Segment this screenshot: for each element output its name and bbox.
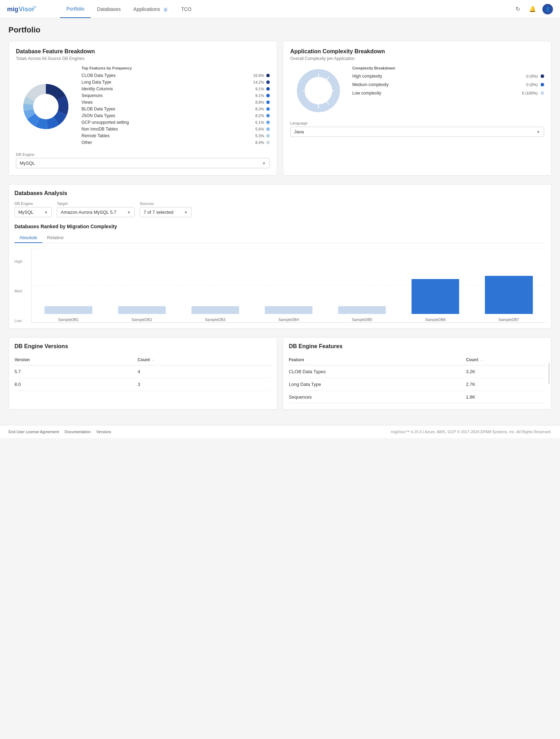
- feature-donut: [16, 66, 76, 147]
- tab-absolute[interactable]: Absolute: [14, 233, 42, 243]
- footer-docs[interactable]: Documentation: [65, 430, 91, 434]
- bar-label: SampleDB2: [132, 317, 152, 322]
- versions-col-count[interactable]: Count ↓: [138, 355, 271, 365]
- count-cell: 4: [138, 365, 271, 378]
- features-col-count[interactable]: Count ↓: [466, 355, 546, 365]
- feature-donut-svg: [21, 82, 71, 131]
- applications-badge: β: [163, 7, 169, 12]
- db-engine-select[interactable]: MySQL ▼: [16, 158, 270, 168]
- bar-group[interactable]: SampleDB7: [472, 250, 546, 314]
- table-row: CLOB Data Types 3.2K: [289, 365, 546, 378]
- bar: [338, 306, 386, 314]
- feature-row-pct: 14.2%: [251, 80, 264, 84]
- feature-row-name: Long Data Type: [81, 80, 249, 85]
- nav-databases[interactable]: Databases: [91, 1, 127, 18]
- filter-db-engine: DB Engine MySQL ▼: [14, 201, 52, 217]
- features-tbody: CLOB Data Types 3.2K Long Data Type 2.7K…: [289, 365, 546, 404]
- complexity-subtitle: Overall Complexity per Application: [290, 56, 544, 61]
- feature-row-pct: 8.2%: [251, 114, 264, 118]
- count-cell: 2.7K: [466, 378, 546, 391]
- filter-sources-arrow: ▼: [184, 210, 188, 214]
- feature-breakdown-inner: Top Features by Frequency CLOB Data Type…: [16, 66, 270, 147]
- grid-line-low: [32, 322, 546, 322]
- language-label: Language: [290, 121, 544, 125]
- db-features-title: DB Engine Features: [289, 343, 546, 350]
- versions-sort-icon: ↓: [152, 358, 154, 362]
- versions-header-row: Version Count ↓: [14, 355, 271, 365]
- feature-row-pct: 9.1%: [251, 87, 264, 91]
- bar-label: SampleDB4: [278, 317, 299, 322]
- header-actions: ↻ 🔔 👤: [513, 4, 553, 14]
- header: mig Visor TM Portfolio Databases Applica…: [0, 0, 560, 18]
- bar-group[interactable]: SampleDB4: [252, 250, 325, 314]
- feature-row-pct: 5.3%: [251, 134, 264, 138]
- filter-target-label: Target: [57, 201, 135, 206]
- refresh-icon[interactable]: ↻: [513, 4, 523, 14]
- bar: [44, 306, 92, 314]
- language-select-row: Language Java ▼: [290, 121, 544, 137]
- y-axis-labels: High Med Low: [14, 259, 29, 323]
- scroll-indicator[interactable]: [548, 363, 550, 384]
- bar-label: SampleDB1: [58, 317, 79, 322]
- nav-applications[interactable]: Applications β: [127, 1, 175, 18]
- logo: mig Visor TM: [7, 4, 39, 15]
- complexity-row-label: High complexity: [352, 74, 524, 79]
- feature-row-item: Sequences 9.1%: [81, 93, 270, 98]
- filter-sources-select[interactable]: 7 of 7 selected ▼: [140, 207, 191, 217]
- language-select[interactable]: Java ▼: [290, 127, 544, 137]
- db-features-table: Feature Count ↓ CLOB Data Types 3.2K Lon…: [289, 355, 546, 404]
- bar-group[interactable]: SampleDB5: [325, 250, 399, 314]
- grid-line-high: [32, 249, 546, 249]
- feature-row-dot: [266, 107, 270, 111]
- feature-row-pct: 8.4%: [251, 140, 264, 145]
- feature-row-item: JSON Data Types 8.2%: [81, 113, 270, 118]
- notifications-icon[interactable]: 🔔: [528, 4, 537, 14]
- tab-relative[interactable]: Relative: [42, 233, 69, 243]
- bar: [485, 276, 532, 314]
- complexity-row-item: High complexity 0 (0%): [352, 74, 544, 79]
- footer-versions[interactable]: Versions: [96, 430, 111, 434]
- filter-sources-label: Sources: [140, 201, 191, 206]
- complexity-donut: [290, 66, 347, 115]
- bar-label: SampleDB5: [352, 317, 372, 322]
- feature-breakdown-title: Database Feature Breakdown: [16, 48, 270, 55]
- bar-group[interactable]: SampleDB3: [178, 250, 252, 314]
- complexity-row-dot: [541, 74, 544, 78]
- svg-text:TM: TM: [32, 5, 37, 8]
- filter-target: Target Amazon Aurora MySQL 5.7 ▼: [57, 201, 135, 217]
- db-versions-card: DB Engine Versions Version Count ↓ 5.: [8, 337, 277, 410]
- bar: [265, 306, 312, 314]
- feature-row-item: CLOB Data Types 16.9%: [81, 73, 270, 78]
- feature-breakdown-subtitle: Totals Across All Source DB Engines: [16, 56, 270, 61]
- filter-db-engine-select[interactable]: MySQL ▼: [14, 207, 52, 217]
- feature-row-name: Sequences: [81, 93, 249, 98]
- feature-row-name: Other: [81, 140, 249, 145]
- footer: End User License Agreement Documentation…: [0, 425, 560, 438]
- bar-group[interactable]: SampleDB2: [105, 250, 178, 314]
- table-row: Sequences 1.8K: [289, 391, 546, 404]
- feature-row-name: JSON Data Types: [81, 113, 249, 118]
- avatar[interactable]: 👤: [542, 4, 553, 14]
- bottom-tables-row: DB Engine Versions Version Count ↓ 5.: [8, 337, 552, 410]
- feature-row-dot: [266, 134, 270, 138]
- bar: [118, 306, 166, 314]
- db-versions-title: DB Engine Versions: [14, 343, 271, 350]
- table-row: Long Data Type 2.7K: [289, 378, 546, 391]
- filter-db-engine-label: DB Engine: [14, 201, 52, 206]
- filter-target-select[interactable]: Amazon Aurora MySQL 5.7 ▼: [57, 207, 135, 217]
- chart-container: Databases Ranked by Migration Complexity…: [14, 224, 546, 323]
- nav-portfolio[interactable]: Portfolio: [60, 0, 91, 18]
- feature-row-dot: [266, 114, 270, 117]
- bar: [412, 279, 459, 314]
- filter-sources: Sources 7 of 7 selected ▼: [140, 201, 191, 217]
- feature-row-pct: 16.9%: [251, 73, 264, 78]
- feature-row-item: Identity Columns 9.1%: [81, 86, 270, 91]
- feature-row-name: Non InnoDB Tables: [81, 127, 249, 132]
- bar-group[interactable]: SampleDB1: [32, 250, 105, 314]
- table-row: 8.0 3: [14, 378, 271, 391]
- nav-tco[interactable]: TCO: [175, 1, 198, 18]
- bar-label: SampleDB3: [205, 317, 226, 322]
- footer-eula[interactable]: End User License Agreement: [8, 430, 59, 434]
- complexity-row-val: 0 (0%): [526, 74, 538, 78]
- bar-group[interactable]: SampleDB6: [399, 250, 472, 314]
